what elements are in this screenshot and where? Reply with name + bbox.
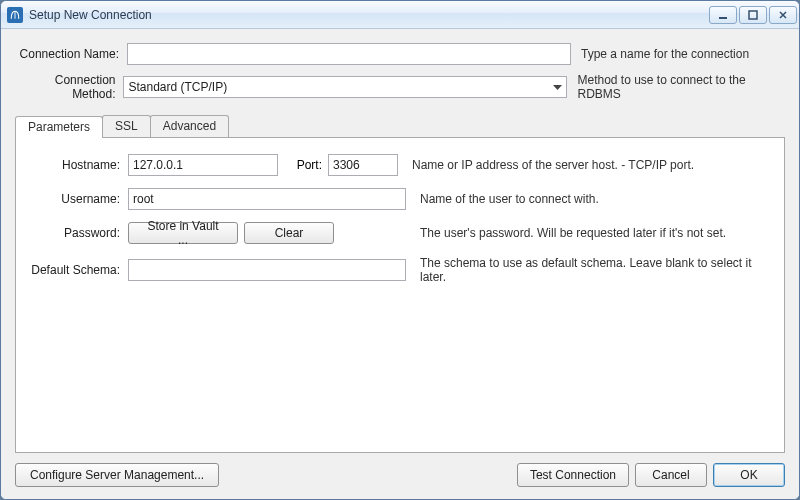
row-default-schema: Default Schema: The schema to use as def… — [28, 256, 772, 284]
chevron-down-icon — [553, 80, 562, 94]
maximize-button[interactable] — [739, 6, 767, 24]
tabpanel-parameters: Hostname: Port: Name or IP address of th… — [15, 137, 785, 453]
hostname-input[interactable] — [128, 154, 278, 176]
default-schema-input[interactable] — [128, 259, 406, 281]
label-username: Username: — [28, 192, 128, 206]
hint-connection-name: Type a name for the connection — [571, 47, 749, 61]
label-hostname: Hostname: — [28, 158, 128, 172]
hint-username: Name of the user to connect with. — [406, 192, 772, 206]
tab-advanced[interactable]: Advanced — [150, 115, 229, 137]
caption-buttons — [709, 6, 797, 24]
test-connection-button[interactable]: Test Connection — [517, 463, 629, 487]
hint-hostname: Name or IP address of the server host. -… — [398, 158, 772, 172]
connection-method-value: Standard (TCP/IP) — [128, 80, 227, 94]
footer: Configure Server Management... Test Conn… — [15, 453, 785, 487]
cancel-button[interactable]: Cancel — [635, 463, 707, 487]
hint-default-schema: The schema to use as default schema. Lea… — [406, 256, 772, 284]
label-password: Password: — [28, 226, 128, 240]
label-connection-name: Connection Name: — [15, 47, 127, 61]
tabstrip: Parameters SSL Advanced — [15, 115, 785, 137]
row-password: Password: Store in Vault ... Clear The u… — [28, 222, 772, 244]
connection-name-input[interactable] — [127, 43, 571, 65]
hint-connection-method: Method to use to connect to the RDBMS — [567, 73, 785, 101]
row-hostname: Hostname: Port: Name or IP address of th… — [28, 154, 772, 176]
tab-parameters[interactable]: Parameters — [15, 116, 103, 138]
clear-password-button[interactable]: Clear — [244, 222, 334, 244]
username-input[interactable] — [128, 188, 406, 210]
row-connection-name: Connection Name: Type a name for the con… — [15, 43, 785, 65]
close-button[interactable] — [769, 6, 797, 24]
label-connection-method: Connection Method: — [15, 73, 123, 101]
window-title: Setup New Connection — [29, 8, 152, 22]
tabs: Parameters SSL Advanced Hostname: Port: … — [15, 115, 785, 453]
connection-method-select[interactable]: Standard (TCP/IP) — [123, 76, 567, 98]
titlebar[interactable]: Setup New Connection — [1, 1, 799, 29]
app-icon — [7, 7, 23, 23]
row-username: Username: Name of the user to connect wi… — [28, 188, 772, 210]
content-area: Connection Name: Type a name for the con… — [1, 29, 799, 499]
label-port: Port: — [278, 158, 328, 172]
tab-ssl[interactable]: SSL — [102, 115, 151, 137]
svg-rect-0 — [719, 17, 727, 19]
svg-rect-1 — [749, 11, 757, 19]
configure-server-management-button[interactable]: Configure Server Management... — [15, 463, 219, 487]
store-in-vault-button[interactable]: Store in Vault ... — [128, 222, 238, 244]
port-input[interactable] — [328, 154, 398, 176]
minimize-button[interactable] — [709, 6, 737, 24]
hint-password: The user's password. Will be requested l… — [406, 226, 772, 240]
row-connection-method: Connection Method: Standard (TCP/IP) Met… — [15, 73, 785, 101]
dialog-window: Setup New Connection Connection Name: Ty… — [0, 0, 800, 500]
label-default-schema: Default Schema: — [28, 263, 128, 277]
ok-button[interactable]: OK — [713, 463, 785, 487]
